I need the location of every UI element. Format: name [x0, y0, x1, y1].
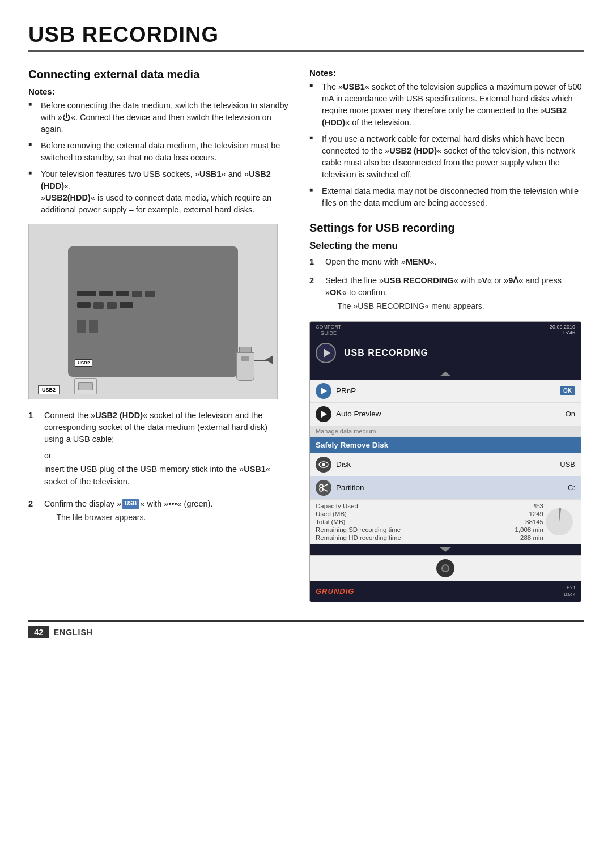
partition-icon — [316, 480, 332, 496]
safely-remove-row: Safely Remove Disk — [310, 437, 581, 453]
camera-row — [310, 555, 581, 581]
page-language: English — [54, 628, 93, 637]
prnp-icon — [316, 383, 332, 399]
right-notes-list: The »USB1« socket of the television supp… — [309, 81, 584, 209]
total-mb-value: 38145 — [525, 518, 543, 525]
safely-remove-label: Safely Remove Disk — [316, 441, 388, 449]
menu-top-bar: COMFORTGUIDE 20.09.201015:46 — [310, 322, 581, 339]
right-step-number-1: 1 — [309, 256, 318, 268]
left-steps: 1 Connect the »USB2 (HDD)« socket of the… — [28, 410, 289, 523]
menu-row-auto-preview: Auto Preview On — [310, 403, 581, 426]
menu-datetime: 20.09.201015:46 — [550, 324, 575, 335]
used-mb-label: Used (MB) — [316, 510, 347, 517]
used-mb-row: Used (MB) 1249 — [316, 510, 543, 518]
hd-recording-value: 288 min — [520, 534, 543, 541]
settings-section: Settings for USB recording Selecting the… — [309, 222, 584, 602]
step-2-body: Confirm the display »USB« with »•••« (gr… — [44, 498, 289, 523]
svg-point-3 — [320, 488, 323, 491]
auto-preview-label: Auto Preview — [336, 410, 561, 418]
partition-value: C: — [568, 483, 575, 492]
menu-row-partition: Partition C: — [310, 476, 581, 500]
svg-point-1 — [322, 463, 325, 466]
left-column: Connecting external data media Notes: Be… — [28, 68, 289, 602]
capacity-row: Capacity Used %3 — [316, 502, 543, 510]
used-mb-value: 1249 — [529, 510, 543, 517]
right-step-1: 1 Open the menu with »MENU«. — [309, 256, 584, 268]
chevron-down-icon — [440, 547, 451, 552]
right-notes-section: Notes: The »USB1« socket of the televisi… — [309, 68, 584, 209]
right-column: Notes: The »USB1« socket of the televisi… — [309, 68, 584, 602]
connecting-section-title: Connecting external data media — [28, 68, 289, 81]
right-step-1-body: Open the menu with »MENU«. — [325, 256, 584, 268]
page-title: USB RECORDING — [28, 23, 584, 52]
menu-title-text: USB RECORDING — [344, 348, 428, 358]
menu-screenshot: COMFORTGUIDE 20.09.201015:46 USB RECORDI… — [309, 321, 581, 603]
pie-chart-svg — [543, 506, 575, 538]
disk-value: USB — [560, 460, 575, 469]
capacity-value: %3 — [534, 503, 543, 509]
step-2-sub: – The file browser appears. — [44, 512, 289, 523]
sd-recording-row: Remaining SD recording time 1,008 min — [316, 526, 543, 534]
menu-rows: PRnP OK Auto Preview On Manage data medi… — [310, 380, 581, 500]
left-note-1: Before connecting the data medium, switc… — [28, 100, 289, 135]
right-steps: 1 Open the menu with »MENU«. 2 Select th… — [309, 256, 584, 312]
menu-title-row: USB RECORDING — [310, 339, 581, 367]
left-step-2: 2 Confirm the display »USB« with »•••« (… — [28, 498, 289, 523]
tv-image: USB2 USB2 — [28, 224, 278, 399]
usb-badge: USB — [122, 499, 139, 509]
right-note-3: External data media may not be disconnec… — [309, 185, 584, 209]
auto-preview-icon — [316, 406, 332, 422]
partition-label: Partition — [336, 483, 563, 492]
step-1-body: Connect the »USB2 (HDD)« socket of the t… — [44, 410, 289, 491]
hd-recording-row: Remaining HD recording time 288 min — [316, 534, 543, 542]
menu-row-disk: Disk USB — [310, 453, 581, 476]
notes-label-right: Notes: — [309, 68, 584, 78]
grundig-logo: GRUNDIG — [316, 587, 354, 595]
sd-recording-value: 1,008 min — [515, 526, 543, 533]
data-rows: Capacity Used %3 Used (MB) 1249 Total (M… — [316, 502, 543, 542]
right-step-2-sub: – The »USB RECORDING« menu appears. — [325, 300, 584, 312]
step-number-1: 1 — [28, 410, 37, 491]
notes-label-left: Notes: — [28, 87, 289, 96]
manage-section-text: Manage data medium — [316, 428, 376, 435]
chevron-down-container — [310, 544, 581, 555]
menu-play-icon — [316, 343, 336, 363]
camera-icon — [436, 559, 454, 577]
hd-recording-label: Remaining HD recording time — [316, 534, 401, 541]
disk-icon — [316, 457, 332, 473]
or-label: or — [44, 450, 289, 461]
right-step-2-body: Select the line »USB RECORDING« with »V«… — [325, 275, 584, 312]
svg-point-2 — [320, 484, 323, 488]
settings-section-title: Settings for USB recording — [309, 222, 584, 235]
exit-back-label: ExitBack — [564, 584, 575, 598]
right-note-1: The »USB1« socket of the television supp… — [309, 81, 584, 129]
svg-line-4 — [323, 484, 328, 487]
ok-badge: OK — [560, 386, 575, 395]
scissors-svg — [318, 483, 329, 493]
svg-line-5 — [323, 489, 328, 491]
comfort-guide-label: COMFORTGUIDE — [316, 324, 341, 337]
left-note-3: Your television features two USB sockets… — [28, 168, 289, 216]
menu-bottom-bar: GRUNDIG ExitBack — [310, 581, 581, 602]
prnp-label: PRnP — [336, 386, 555, 395]
chevron-up-icon — [440, 372, 451, 376]
pie-chart-area — [543, 506, 575, 538]
play-triangle — [324, 348, 330, 358]
disk-label: Disk — [336, 460, 555, 469]
selecting-menu-title: Selecting the menu — [309, 240, 584, 252]
step-number-2: 2 — [28, 498, 37, 523]
left-notes-list: Before connecting the data medium, switc… — [28, 100, 289, 216]
page-number: 42 — [28, 626, 49, 638]
manage-section-label: Manage data medium — [310, 426, 581, 437]
eye-svg — [318, 461, 329, 469]
total-mb-row: Total (MB) 38145 — [316, 518, 543, 526]
sd-recording-label: Remaining SD recording time — [316, 526, 401, 533]
right-step-2: 2 Select the line »USB RECORDING« with »… — [309, 275, 584, 312]
left-step-1: 1 Connect the »USB2 (HDD)« socket of the… — [28, 410, 289, 491]
page-footer: 42 English — [28, 620, 584, 638]
left-note-2: Before removing the external data medium… — [28, 140, 289, 164]
auto-preview-value: On — [566, 410, 575, 418]
right-step-number-2: 2 — [309, 275, 318, 312]
capacity-label: Capacity Used — [316, 503, 358, 509]
total-mb-label: Total (MB) — [316, 518, 345, 525]
